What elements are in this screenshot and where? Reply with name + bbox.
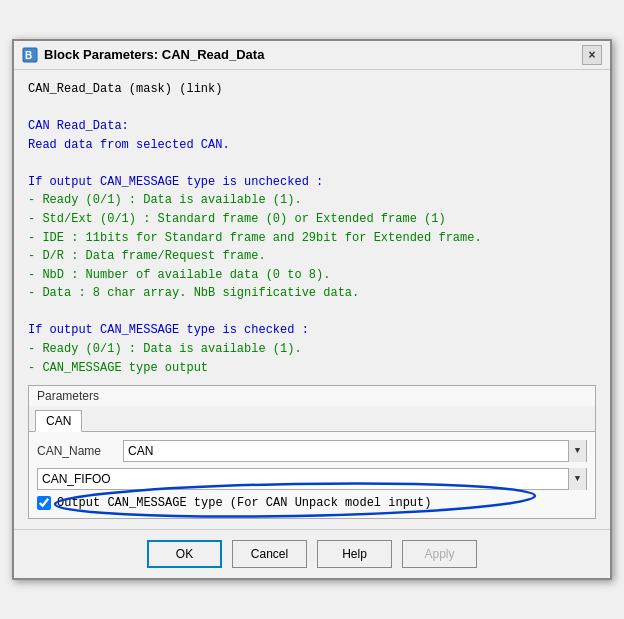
close-button[interactable]: × (582, 45, 602, 65)
desc-line10: - D/R : Data frame/Request frame. (28, 247, 596, 266)
can-name-arrow[interactable]: ▼ (568, 440, 586, 462)
desc-line4: Read data from selected CAN. (28, 136, 596, 155)
output-can-message-checkbox[interactable] (37, 496, 51, 510)
desc-line7: - Ready (0/1) : Data is available (1). (28, 191, 596, 210)
parameters-label: Parameters (29, 386, 595, 406)
can-fifo-dropdown[interactable]: CAN_FIFOO ▼ (37, 468, 587, 490)
block-parameters-dialog: B Block Parameters: CAN_Read_Data × CAN_… (12, 39, 612, 581)
desc-line15: - Ready (0/1) : Data is available (1). (28, 340, 596, 359)
can-name-dropdown[interactable]: CAN ▼ (123, 440, 587, 462)
desc-line8: - Std/Ext (0/1) : Standard frame (0) or … (28, 210, 596, 229)
desc-line11: - NbD : Number of available data (0 to 8… (28, 266, 596, 285)
dialog-icon: B (22, 47, 38, 63)
close-icon: × (588, 48, 595, 62)
desc-line16: - CAN_MESSAGE type output (28, 359, 596, 378)
dialog-body: CAN_Read_Data (mask) (link) CAN Read_Dat… (14, 70, 610, 530)
desc-spacer2 (28, 154, 596, 173)
desc-line3: CAN Read_Data: (28, 117, 596, 136)
desc-line1: CAN_Read_Data (mask) (link) (28, 80, 596, 99)
tab-can[interactable]: CAN (35, 410, 82, 432)
ok-button[interactable]: OK (147, 540, 222, 568)
parameters-section: Parameters CAN CAN_Name CAN ▼ (28, 385, 596, 519)
help-button[interactable]: Help (317, 540, 392, 568)
desc-line9: - IDE : 11bits for Standard frame and 29… (28, 229, 596, 248)
param-content: CAN_Name CAN ▼ CAN_FIFOO ▼ (29, 432, 595, 518)
svg-text:B: B (25, 50, 32, 61)
tab-bar: CAN (29, 406, 595, 432)
can-name-chevron-icon: ▼ (575, 446, 580, 456)
can-name-label: CAN_Name (37, 444, 117, 458)
can-fifo-chevron-icon: ▼ (575, 474, 580, 484)
can-fifo-arrow[interactable]: ▼ (568, 468, 586, 490)
desc-line14: If output CAN_MESSAGE type is checked : (28, 321, 596, 340)
description-section: CAN_Read_Data (mask) (link) CAN Read_Dat… (28, 80, 596, 378)
apply-button[interactable]: Apply (402, 540, 477, 568)
checkbox-row: Output CAN_MESSAGE type (For CAN Unpack … (37, 496, 587, 510)
desc-line6: If output CAN_MESSAGE type is unchecked … (28, 173, 596, 192)
desc-spacer1 (28, 98, 596, 117)
desc-line12: - Data : 8 char array. NbB significative… (28, 284, 596, 303)
cancel-button[interactable]: Cancel (232, 540, 307, 568)
title-bar-left: B Block Parameters: CAN_Read_Data (22, 47, 264, 63)
dialog-title: Block Parameters: CAN_Read_Data (44, 47, 264, 62)
desc-spacer3 (28, 303, 596, 322)
can-name-value: CAN (124, 442, 568, 460)
can-fifo-row: CAN_FIFOO ▼ (37, 468, 587, 490)
can-name-row: CAN_Name CAN ▼ (37, 440, 587, 462)
tab-can-label: CAN (46, 414, 71, 428)
can-fifo-value: CAN_FIFOO (38, 470, 568, 488)
title-bar: B Block Parameters: CAN_Read_Data × (14, 41, 610, 70)
bottom-bar: OK Cancel Help Apply (14, 529, 610, 578)
checkbox-label: Output CAN_MESSAGE type (For CAN Unpack … (57, 496, 431, 510)
